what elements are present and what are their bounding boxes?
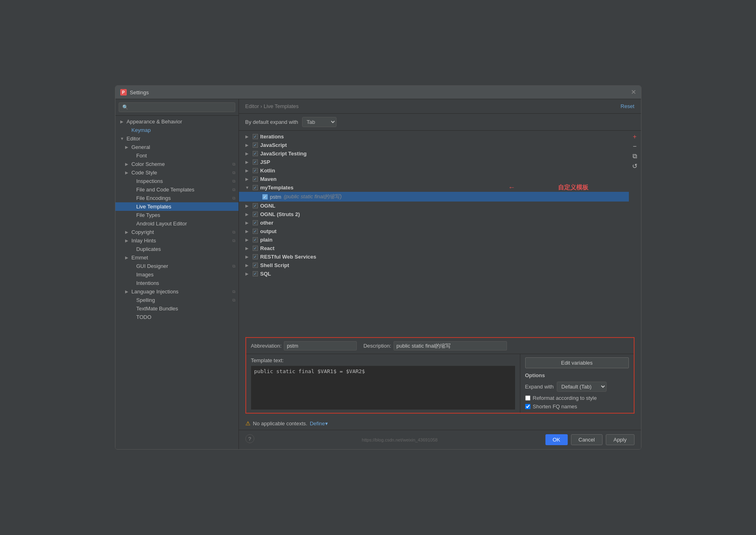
template-area: Template text: public static final $VAR1… <box>246 354 520 413</box>
reset-button[interactable]: Reset <box>621 103 635 109</box>
sidebar-item-label: Images <box>136 272 235 278</box>
arrow-icon: ▶ <box>245 134 250 139</box>
list-item[interactable]: ▶ ✓ OGNL <box>239 202 629 210</box>
sidebar-item-keymap[interactable]: Keymap <box>115 126 239 134</box>
shorten-row: Shorten FQ names <box>525 403 629 410</box>
reformat-checkbox[interactable] <box>525 395 530 401</box>
list-item[interactable]: ▶ ✓ OGNL (Struts 2) <box>239 210 629 219</box>
remove-button[interactable]: − <box>630 142 639 151</box>
copy-icon: ⧉ <box>232 196 235 201</box>
sidebar-item-filetypes[interactable]: File Types <box>115 211 239 219</box>
title-bar: P Settings ✕ <box>115 86 641 99</box>
copy-button[interactable]: ⧉ <box>630 152 639 161</box>
list-item[interactable]: ▶ ✓ JSP <box>239 158 629 166</box>
expand-with-select[interactable]: Default (Tab) Tab Enter Space <box>557 382 607 392</box>
sidebar-item-langinjections[interactable]: ▶ Language Injections ⧉ <box>115 287 239 296</box>
sidebar-item-guidesigner[interactable]: GUI Designer ⧉ <box>115 262 239 270</box>
list-item[interactable]: ▶ ✓ Maven <box>239 175 629 183</box>
options-section: Options Expand with Default (Tab) Tab En… <box>525 372 629 410</box>
checkbox-icon: ✓ <box>253 271 258 276</box>
list-item[interactable]: ▼ ✓ myTemplates ← 自定义模板 <box>239 183 629 192</box>
footer-url: https://blog.csdn.net/weixin_43691058 <box>362 437 438 442</box>
search-input[interactable] <box>119 102 235 112</box>
list-item[interactable]: ▶ ✓ Iterations <box>239 132 629 141</box>
sidebar-item-label: Language Injections <box>132 289 230 295</box>
copy-icon: ⧉ <box>232 179 235 184</box>
arrow-icon: ▶ <box>120 119 125 124</box>
expand-select[interactable]: Tab Enter Space <box>302 117 336 127</box>
sidebar-item-label: Android Layout Editor <box>136 221 235 227</box>
sidebar-item-font[interactable]: Font <box>115 151 239 160</box>
sidebar-item-appearance[interactable]: ▶ Appearance & Behavior <box>115 117 239 126</box>
list-item[interactable]: ▶ ✓ JavaScript Testing <box>239 149 629 158</box>
group-label: JavaScript Testing <box>260 151 307 157</box>
list-item[interactable]: ▶ ✓ RESTful Web Services <box>239 253 629 261</box>
sidebar-item-colorscheme[interactable]: ▶ Color Scheme ⧉ <box>115 160 239 168</box>
shorten-checkbox[interactable] <box>525 404 530 409</box>
sidebar-item-fileencodings[interactable]: File Encodings ⧉ <box>115 194 239 202</box>
list-item[interactable]: ▶ ✓ Shell Script <box>239 261 629 270</box>
list-item[interactable]: ▶ ✓ SQL <box>239 270 629 278</box>
template-body: Template text: public static final $VAR1… <box>246 354 634 413</box>
sidebar-item-androidlayout[interactable]: Android Layout Editor <box>115 219 239 228</box>
dialog-footer: ? https://blog.csdn.net/weixin_43691058 … <box>239 430 641 449</box>
sidebar-item-editor[interactable]: ▼ Editor <box>115 134 239 143</box>
checkbox-icon: ✓ <box>253 229 258 234</box>
cancel-button[interactable]: Cancel <box>571 434 603 445</box>
add-button[interactable]: + <box>630 132 639 141</box>
sidebar-item-spelling[interactable]: Spelling ⧉ <box>115 296 239 304</box>
sidebar-item-images[interactable]: Images <box>115 270 239 279</box>
sidebar-item-label: Code Style <box>132 170 230 176</box>
help-button[interactable]: ? <box>245 434 254 443</box>
sidebar-item-copyright[interactable]: ▶ Copyright ⧉ <box>115 228 239 236</box>
description-input[interactable] <box>394 341 507 350</box>
app-icon: P <box>120 89 127 96</box>
arrow-icon: ▶ <box>245 204 250 208</box>
edit-variables-button[interactable]: Edit variables <box>525 357 629 368</box>
sidebar-item-label: Intentions <box>136 280 235 286</box>
checkbox-icon: ✓ <box>253 263 258 268</box>
arrow-icon: ▶ <box>245 212 250 217</box>
reformat-label: Reformat according to style <box>533 395 597 401</box>
abbreviation-input[interactable] <box>284 341 357 350</box>
sidebar-item-filecodetemplates[interactable]: File and Code Templates ⧉ <box>115 185 239 194</box>
group-label: Iterations <box>260 134 284 140</box>
sidebar-item-codestyle[interactable]: ▶ Code Style ⧉ <box>115 168 239 177</box>
sidebar-item-general[interactable]: ▶ General <box>115 143 239 151</box>
reformat-row: Reformat according to style <box>525 395 629 401</box>
settings-dialog: P Settings ✕ ▶ Appearance & Behavior Key… <box>115 85 641 450</box>
list-item[interactable]: ▶ ✓ Kotlin <box>239 166 629 175</box>
sidebar-item-label: TODO <box>136 314 235 320</box>
sidebar-item-duplicates[interactable]: Duplicates <box>115 245 239 253</box>
revert-button[interactable]: ↺ <box>630 161 639 170</box>
context-footer: ⚠ No applicable contexts. Define▾ <box>239 417 641 430</box>
list-item[interactable]: ▶ ✓ React <box>239 244 629 253</box>
copy-icon: ⧉ <box>232 264 235 269</box>
sidebar-item-todo[interactable]: TODO <box>115 313 239 321</box>
sidebar-item-emmet[interactable]: ▶ Emmet <box>115 253 239 262</box>
template-textarea[interactable]: public static final $VAR1$ = $VAR2$ <box>251 366 515 410</box>
list-item[interactable]: ▶ ✓ output <box>239 227 629 236</box>
group-label: plain <box>260 237 273 243</box>
close-button[interactable]: ✕ <box>631 89 636 96</box>
list-item[interactable]: ▶ ✓ other <box>239 219 629 227</box>
group-label: Maven <box>260 176 277 182</box>
sidebar-item-livetemplates[interactable]: Live Templates <box>115 202 239 211</box>
list-item[interactable]: ▶ ✓ plain <box>239 236 629 244</box>
list-item[interactable]: ✓ pstm (public static final的缩写) <box>239 192 629 202</box>
sidebar-item-label: Keymap <box>132 127 235 133</box>
arrow-icon: ▶ <box>245 143 250 147</box>
sidebar-item-textmatebundles[interactable]: TextMate Bundles <box>115 304 239 313</box>
define-link[interactable]: Define▾ <box>310 420 328 427</box>
ok-button[interactable]: OK <box>545 434 568 445</box>
sidebar-item-inlayhints[interactable]: ▶ Inlay Hints ⧉ <box>115 236 239 245</box>
list-item[interactable]: ▶ ✓ JavaScript <box>239 141 629 149</box>
group-label: OGNL <box>260 203 276 209</box>
sidebar-item-label: Copyright <box>132 229 230 235</box>
sidebar-item-label: Editor <box>127 136 235 142</box>
edit-panel: Abbreviation: Description: Template text… <box>245 337 635 414</box>
apply-button[interactable]: Apply <box>606 434 635 445</box>
sidebar-item-intentions[interactable]: Intentions <box>115 279 239 287</box>
description-field: Description: <box>363 341 507 350</box>
sidebar-item-inspections[interactable]: Inspections ⧉ <box>115 177 239 185</box>
